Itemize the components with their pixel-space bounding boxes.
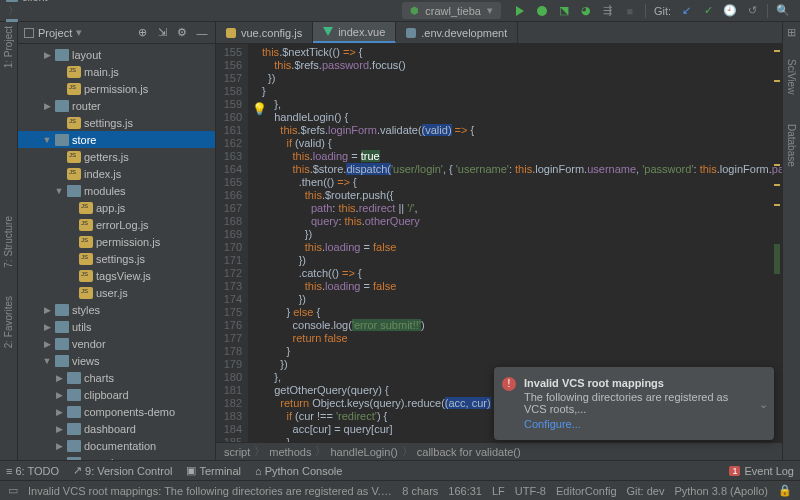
editor-tab[interactable]: .env.development <box>396 22 518 43</box>
grid-icon[interactable]: ⊞ <box>787 26 796 39</box>
tab-label: .env.development <box>421 27 507 39</box>
debug-button[interactable] <box>534 3 550 19</box>
tree-item[interactable]: ▶charts <box>18 369 215 386</box>
sidebar-title: Project▾ <box>24 26 82 39</box>
notification-body: The following directories are registered… <box>524 391 748 415</box>
structure-tool-button[interactable]: 7: Structure <box>3 216 14 268</box>
tree-item-label: router <box>72 100 101 112</box>
tree-item-label: styles <box>72 304 100 316</box>
run-button[interactable] <box>512 3 528 19</box>
lock-icon[interactable]: 🔒 <box>778 484 792 497</box>
folder-icon <box>55 49 69 61</box>
notification-configure-link[interactable]: Configure... <box>524 418 748 430</box>
breadcrumb-item[interactable]: handleLogin() <box>330 446 397 458</box>
env-file-icon <box>406 28 416 38</box>
js-file-icon <box>79 287 93 299</box>
stop-button[interactable]: ■ <box>622 3 638 19</box>
chevron-down-icon[interactable]: ⌄ <box>759 397 768 410</box>
nav-crumb[interactable]: client <box>6 0 53 3</box>
vcs-tab[interactable]: ↗ 9: Version Control <box>73 464 172 477</box>
breadcrumb-item[interactable]: methods <box>269 446 311 458</box>
folder-icon <box>55 100 69 112</box>
tree-item-label: settings.js <box>84 117 133 129</box>
event-log-tab[interactable]: 1Event Log <box>729 465 794 477</box>
database-tool-button[interactable]: Database <box>786 124 797 167</box>
tree-item[interactable]: tagsView.js <box>18 267 215 284</box>
tree-item[interactable]: main.js <box>18 63 215 80</box>
folder-icon <box>55 338 69 350</box>
status-icon[interactable]: ▭ <box>8 484 18 497</box>
error-icon: ! <box>502 377 516 391</box>
run-config-selector[interactable]: ⬢ crawl_tieba ▾ <box>402 2 501 19</box>
run-coverage-button[interactable]: ⬔ <box>556 3 572 19</box>
tree-item[interactable]: app.js <box>18 199 215 216</box>
tree-item-label: views <box>72 355 100 367</box>
breadcrumb-item[interactable]: callback for validate() <box>417 446 521 458</box>
expand-all-icon[interactable]: ⇲ <box>155 26 169 40</box>
project-tool-button[interactable]: 1: Project <box>3 26 14 68</box>
tree-item[interactable]: ▶components-demo <box>18 403 215 420</box>
git-update-button[interactable]: ↙ <box>678 3 694 19</box>
gear-icon[interactable]: ⚙ <box>175 26 189 40</box>
notification-popup[interactable]: ! Invalid VCS root mappings The followin… <box>494 367 774 440</box>
status-line-sep[interactable]: LF <box>492 485 505 497</box>
git-history-button[interactable]: 🕘 <box>722 3 738 19</box>
status-python[interactable]: Python 3.8 (Apollo) <box>674 485 768 497</box>
tree-item[interactable]: ▶styles <box>18 301 215 318</box>
tree-item[interactable]: user.js <box>18 284 215 301</box>
git-label: Git: <box>654 5 671 17</box>
profile-button[interactable]: ◕ <box>578 3 594 19</box>
status-position[interactable]: 166:31 <box>448 485 482 497</box>
tree-item[interactable]: ▶clipboard <box>18 386 215 403</box>
terminal-tab[interactable]: ▣ Terminal <box>186 464 241 477</box>
sciview-tool-button[interactable]: SciView <box>786 59 797 94</box>
js-file-icon <box>67 151 81 163</box>
tree-item[interactable]: permission.js <box>18 80 215 97</box>
folder-icon <box>67 372 81 384</box>
python-console-tab[interactable]: ⌂ Python Console <box>255 465 342 477</box>
intention-bulb-icon[interactable]: 💡 <box>252 102 267 116</box>
tree-item[interactable]: permission.js <box>18 233 215 250</box>
tree-item[interactable]: ▶layout <box>18 46 215 63</box>
editor-tab[interactable]: vue.config.js <box>216 22 313 43</box>
select-opened-file-icon[interactable]: ⊕ <box>135 26 149 40</box>
bottom-tool-tabs: ≡ 6: TODO ↗ 9: Version Control ▣ Termina… <box>0 460 800 480</box>
tree-item[interactable]: ▶error-log <box>18 454 215 460</box>
tree-item[interactable]: settings.js <box>18 114 215 131</box>
tree-item[interactable]: ▶router <box>18 97 215 114</box>
tree-item[interactable]: errorLog.js <box>18 216 215 233</box>
folder-icon <box>55 304 69 316</box>
git-commit-button[interactable]: ✓ <box>700 3 716 19</box>
favorites-tool-button[interactable]: 2: Favorites <box>3 296 14 348</box>
breadcrumb-item[interactable]: script <box>224 446 250 458</box>
hide-icon[interactable]: — <box>195 26 209 40</box>
tab-label: index.vue <box>338 26 385 38</box>
project-sidebar: Project▾ ⊕ ⇲ ⚙ — ▶layoutmain.jspermissio… <box>18 22 216 460</box>
tree-item[interactable]: index.js <box>18 165 215 182</box>
tree-item[interactable]: ▼modules <box>18 182 215 199</box>
sidebar-header: Project▾ ⊕ ⇲ ⚙ — <box>18 22 215 44</box>
tree-item[interactable]: ▼views <box>18 352 215 369</box>
tree-item-label: error-log <box>84 457 126 461</box>
tree-item[interactable]: getters.js <box>18 148 215 165</box>
tree-item[interactable]: ▶dashboard <box>18 420 215 437</box>
status-message: Invalid VCS root mappings: The following… <box>28 485 392 497</box>
todo-tab[interactable]: ≡ 6: TODO <box>6 465 59 477</box>
git-revert-button[interactable]: ↺ <box>744 3 760 19</box>
tree-item[interactable]: ▼store <box>18 131 215 148</box>
concurrent-button[interactable]: ⇶ <box>600 3 616 19</box>
search-button[interactable]: 🔍 <box>775 3 791 19</box>
js-file-icon <box>79 202 93 214</box>
folder-icon <box>67 406 81 418</box>
chevron-down-icon: ▾ <box>487 4 493 17</box>
status-editorconfig[interactable]: EditorConfig <box>556 485 617 497</box>
tree-item[interactable]: ▶utils <box>18 318 215 335</box>
tree-item[interactable]: ▶documentation <box>18 437 215 454</box>
editor-tab[interactable]: index.vue <box>313 22 396 43</box>
tree-item[interactable]: ▶vendor <box>18 335 215 352</box>
editor-breadcrumb[interactable]: script〉methods〉handleLogin()〉callback fo… <box>216 442 782 460</box>
status-encoding[interactable]: UTF-8 <box>515 485 546 497</box>
status-git-branch[interactable]: Git: dev <box>627 485 665 497</box>
tree-item[interactable]: settings.js <box>18 250 215 267</box>
project-tree[interactable]: ▶layoutmain.jspermission.js▶routersettin… <box>18 44 215 460</box>
